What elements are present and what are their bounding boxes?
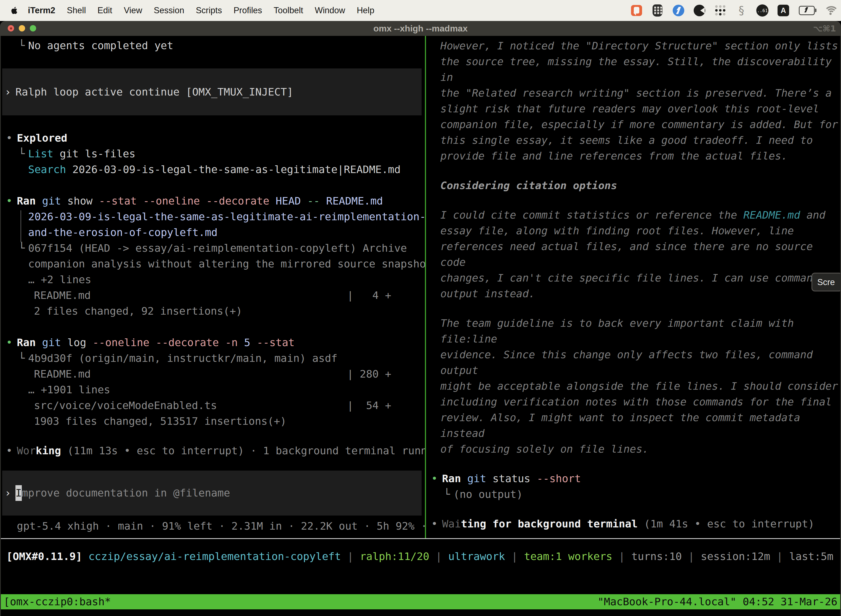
window-title: omx --xhigh --madmax bbox=[373, 23, 467, 34]
battery-percent-icon[interactable]: ..61 bbox=[756, 4, 769, 17]
macos-menu-bar: iTerm2 Shell Edit View Session Scripts P… bbox=[0, 0, 841, 21]
thinking-paragraph-1: However, I noticed the "Directory Struct… bbox=[426, 38, 840, 164]
input-source-icon[interactable]: A bbox=[777, 4, 790, 17]
working-status-line: •Working (11m 13s • esc to interrupt) · … bbox=[1, 443, 425, 459]
left-agent-pane[interactable]: └No agents completed yet ›Ralph loop act… bbox=[1, 36, 425, 538]
prompt-chevron-icon: › bbox=[5, 84, 11, 100]
screenshot-app-icon[interactable] bbox=[630, 4, 643, 17]
menu-item-profiles[interactable]: Profiles bbox=[228, 6, 268, 15]
iterm2-window: omx --xhigh --madmax ⌥⌘1 └No agents comp… bbox=[0, 21, 841, 616]
menu-item-edit[interactable]: Edit bbox=[92, 6, 118, 15]
bullet-icon: • bbox=[6, 444, 12, 457]
bullet-icon: • bbox=[6, 195, 12, 207]
bullet-icon: • bbox=[6, 336, 12, 349]
zoom-button[interactable] bbox=[30, 25, 36, 31]
agents-status-line: └No agents completed yet bbox=[1, 38, 425, 54]
omx-branch-path: cczip/essay/ai-reimplementation-copyleft bbox=[88, 550, 341, 562]
omx-team: team:1 workers bbox=[524, 550, 612, 562]
apple-menu-icon[interactable] bbox=[11, 6, 18, 15]
battery-icon[interactable] bbox=[798, 4, 816, 17]
prompt-chevron-icon: › bbox=[5, 485, 11, 501]
blue-badge-icon[interactable] bbox=[672, 4, 685, 17]
traffic-lights bbox=[8, 25, 36, 31]
right-agent-pane[interactable]: However, I noticed the "Directory Struct… bbox=[426, 36, 840, 538]
omx-status-bar: [OMX#0.11.9] cczip/essay/ai-reimplementa… bbox=[6, 549, 834, 565]
menu-left: iTerm2 Shell Edit View Session Scripts P… bbox=[0, 6, 380, 15]
omx-ralph-counter: ralph:11/20 bbox=[360, 550, 429, 562]
tmux-session-name[interactable]: [omx-cczip0:bash* bbox=[4, 594, 111, 610]
waiting-status-line: •Waiting for background terminal (1m 41s… bbox=[426, 516, 840, 532]
window-titlebar[interactable]: omx --xhigh --madmax ⌥⌘1 bbox=[0, 21, 841, 36]
hook-icon[interactable]: § bbox=[735, 4, 748, 17]
git-show-block: •Ran git show --stat --oneline --decorat… bbox=[1, 193, 425, 319]
thinking-paragraph-2: I could cite commit statistics or refere… bbox=[426, 207, 840, 302]
ralph-loop-notice: ›Ralph loop active continue [OMX_TMUX_IN… bbox=[2, 69, 422, 115]
menu-status-icons: § ..61 A bbox=[630, 4, 841, 17]
close-button[interactable] bbox=[8, 25, 14, 31]
readme-link[interactable]: README.md bbox=[743, 209, 800, 221]
git-status-block: •Ran git status --short └(no output) bbox=[426, 471, 840, 502]
terminal-area: └No agents completed yet ›Ralph loop act… bbox=[0, 36, 841, 616]
bullet-icon: • bbox=[431, 472, 438, 485]
omx-last-activity: last:5m ago bbox=[789, 550, 834, 562]
menu-item-shell[interactable]: Shell bbox=[61, 6, 92, 15]
bullet-icon: • bbox=[431, 518, 438, 530]
menu-item-toolbelt[interactable]: Toolbelt bbox=[268, 6, 309, 15]
omx-mode: ultrawork bbox=[448, 550, 505, 562]
bullet-icon: • bbox=[6, 132, 12, 144]
tmux-status-bar[interactable]: [omx-cczip0:bash* "MacBook-Pro-44.local"… bbox=[1, 594, 840, 609]
omx-turns: turns:10 bbox=[631, 550, 682, 562]
thinking-heading: Considering citation options bbox=[426, 178, 840, 194]
explored-block: •Explored └List git ls-files Search 2026… bbox=[1, 130, 425, 177]
screen-tooltip: Scre bbox=[812, 273, 840, 292]
menu-item-iterm2[interactable]: iTerm2 bbox=[22, 6, 61, 15]
menu-item-scripts[interactable]: Scripts bbox=[190, 6, 228, 15]
minimize-button[interactable] bbox=[19, 25, 25, 31]
tmux-host-clock: "MacBook-Pro-44.local" 04:52 31-Mar-26 bbox=[598, 594, 837, 610]
thinking-paragraph-3: The team guideline is to back every impo… bbox=[426, 315, 840, 457]
menu-item-view[interactable]: View bbox=[118, 6, 148, 15]
omx-session-time: session:12m bbox=[701, 550, 771, 562]
dots-grid-icon[interactable] bbox=[714, 4, 727, 17]
omx-version: [OMX#0.11.9] bbox=[6, 550, 82, 562]
git-log-block: •Ran git log --oneline --decorate -n 5 -… bbox=[1, 335, 425, 429]
menu-item-help[interactable]: Help bbox=[351, 6, 380, 15]
menu-item-session[interactable]: Session bbox=[148, 6, 190, 15]
session-stats-left: gpt-5.4 xhigh · main · 91% left · 2.31M … bbox=[1, 518, 425, 534]
prompt-input-left[interactable]: ›Improve documentation in @filename bbox=[2, 471, 422, 516]
pane-bottom-border bbox=[1, 538, 840, 539]
text-cursor: I bbox=[15, 485, 22, 501]
dark-circle-icon[interactable] bbox=[693, 4, 706, 17]
wifi-icon[interactable] bbox=[824, 4, 837, 17]
menu-item-window[interactable]: Window bbox=[309, 6, 351, 15]
shield-grid-icon[interactable] bbox=[651, 4, 664, 17]
window-shortcut-badge: ⌥⌘1 bbox=[813, 24, 836, 34]
